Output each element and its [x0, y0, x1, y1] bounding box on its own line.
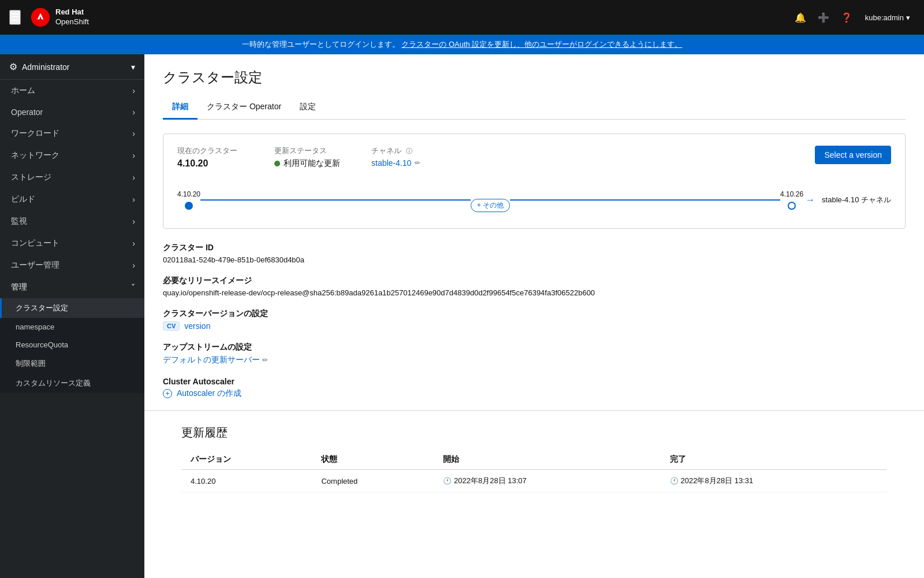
- release-image-value: quay.io/openshift-release-dev/ocp-releas…: [163, 288, 906, 297]
- sidebar-item-admin[interactable]: 管理˅: [0, 276, 144, 298]
- hamburger-menu[interactable]: ☰: [9, 10, 21, 25]
- sidebar: ⚙ Administrator ▾ ホーム› Operator› ワークロード›…: [0, 54, 144, 578]
- brand-text: Red Hat OpenShift: [55, 8, 89, 27]
- status-card-top: 現在のクラスター 4.10.20 更新ステータス 利用可能な更新: [177, 146, 891, 169]
- sidebar-item-build[interactable]: ビルド›: [0, 188, 144, 210]
- channel-info-icon[interactable]: ⓘ: [406, 147, 412, 154]
- update-status-label: 更新ステータス: [274, 146, 344, 156]
- current-cluster-block: 現在のクラスター 4.10.20: [177, 146, 247, 169]
- main-layout: ⚙ Administrator ▾ ホーム› Operator› ワークロード›…: [0, 54, 924, 578]
- green-dot: [274, 161, 280, 166]
- sidebar-sub-item-cluster-settings[interactable]: クラスター設定: [0, 298, 144, 318]
- sidebar-item-workload[interactable]: ワークロード›: [0, 123, 144, 144]
- current-cluster-label: 現在のクラスター: [177, 146, 247, 156]
- timeline-channel-label: stable-4.10 チャネル: [822, 195, 891, 205]
- channel-link[interactable]: stable-4.10: [371, 158, 411, 168]
- cluster-version-section: クラスターバージョンの設定 CV version: [163, 309, 906, 331]
- timeline-node-right: 4.10.26: [780, 190, 803, 210]
- admin-chevron: ▾: [131, 62, 135, 72]
- gear-icon: ⚙: [9, 61, 17, 72]
- oauth-link[interactable]: クラスターの OAuth 設定を更新し、他のユーザーがログインできるようにします…: [401, 40, 682, 49]
- tab-cluster-operator[interactable]: クラスター Operator: [198, 96, 290, 120]
- sidebar-item-operator[interactable]: Operator›: [0, 102, 144, 123]
- cell-status: Completed: [312, 470, 434, 492]
- cv-badge: CV: [163, 321, 180, 331]
- user-menu[interactable]: kube:admin ▾: [860, 11, 915, 24]
- cell-start: 🕐2022年8月28日 13:07: [434, 470, 660, 492]
- sidebar-sub-item-custom-resource[interactable]: カスタムリソース定義: [0, 373, 144, 393]
- sidebar-item-monitor[interactable]: 監視›: [0, 210, 144, 232]
- timeline-circle-right: [788, 202, 796, 210]
- release-image-section: 必要なリリースイメージ quay.io/openshift-release-de…: [163, 276, 906, 297]
- select-version-button[interactable]: Select a version: [815, 146, 891, 164]
- timeline-circle-left: [185, 202, 193, 210]
- channel-block: チャネル ⓘ stable-4.10 ✏: [371, 146, 441, 168]
- nav-icons: 🔔 ➕ ❓ kube:admin ▾: [791, 8, 915, 27]
- update-status-block: 更新ステータス 利用可能な更新: [274, 146, 344, 169]
- upstream-label: アップストリームの設定: [163, 342, 906, 353]
- timeline-arrow: →: [806, 195, 815, 205]
- col-status: 状態: [312, 450, 434, 470]
- upstream-section: アップストリームの設定 デフォルトの更新サーバー ✏: [163, 342, 906, 365]
- notification-bell[interactable]: 🔔: [791, 8, 810, 27]
- cell-end: 🕐2022年8月28日 13:31: [661, 470, 887, 492]
- autoscaler-link[interactable]: + Autoscaler の作成: [163, 388, 906, 399]
- release-image-label: 必要なリリースイメージ: [163, 276, 906, 286]
- timeline-line-1: [200, 199, 471, 201]
- table-row: 4.10.20 Completed 🕐2022年8月28日 13:07 🕐202…: [181, 470, 887, 492]
- upstream-edit-icon[interactable]: ✏: [262, 356, 268, 364]
- col-version: バージョン: [181, 450, 312, 470]
- version-timeline: 4.10.20 + その他 4.10.26 → stable-4.10 チャネ: [177, 183, 891, 217]
- autoscaler-section: Cluster Autoscaler + Autoscaler の作成: [163, 377, 906, 399]
- channel-edit-icon[interactable]: ✏: [415, 159, 420, 167]
- brand-logo[interactable]: Red Hat OpenShift: [30, 7, 89, 28]
- sidebar-item-compute[interactable]: コンピュート›: [0, 232, 144, 254]
- sidebar-item-network[interactable]: ネットワーク›: [0, 144, 144, 166]
- info-banner: 一時的な管理ユーザーとしてログインします。 クラスターの OAuth 設定を更新…: [0, 35, 924, 54]
- sidebar-item-user-mgmt[interactable]: ユーザー管理›: [0, 254, 144, 276]
- history-title: 更新履歴: [181, 425, 887, 440]
- help-add-icon[interactable]: ➕: [814, 8, 833, 27]
- history-table: バージョン 状態 開始 完了 4.10.20 Completed 🕐2022年8…: [181, 450, 887, 492]
- svg-point-0: [31, 8, 50, 27]
- tabs: 詳細 クラスター Operator 設定: [163, 96, 906, 120]
- sidebar-admin[interactable]: ⚙ Administrator ▾: [0, 54, 144, 80]
- cell-version: 4.10.20: [181, 470, 312, 492]
- sidebar-sub-item-resource-quota[interactable]: ResourceQuota: [0, 336, 144, 354]
- cluster-id-value: 020118a1-524b-479e-851b-0ef6830d4b0a: [163, 255, 906, 264]
- tab-settings[interactable]: 設定: [290, 96, 325, 120]
- timeline-badge-node: + その他: [471, 187, 510, 212]
- cluster-id-section: クラスター ID 020118a1-524b-479e-851b-0ef6830…: [163, 243, 906, 264]
- help-question-icon[interactable]: ❓: [837, 8, 856, 27]
- sidebar-sub-item-namespace[interactable]: namespace: [0, 318, 144, 336]
- cluster-version-link[interactable]: CV version: [163, 321, 906, 331]
- current-cluster-value: 4.10.20: [177, 158, 247, 169]
- content: クラスター設定 詳細 クラスター Operator 設定 現在のクラスター 4.…: [144, 54, 924, 578]
- sidebar-item-storage[interactable]: ストレージ›: [0, 166, 144, 188]
- autoscaler-label: Cluster Autoscaler: [163, 377, 906, 386]
- col-start: 開始: [434, 450, 660, 470]
- sidebar-item-home[interactable]: ホーム›: [0, 80, 144, 102]
- sidebar-sub-item-limit-range[interactable]: 制限範囲: [0, 354, 144, 373]
- timeline-line-2: [510, 199, 780, 201]
- channel-value: stable-4.10 ✏: [371, 158, 441, 168]
- add-icon: +: [163, 389, 172, 398]
- top-nav: ☰ Red Hat OpenShift 🔔 ➕ ❓ kube:admin ▾: [0, 0, 924, 35]
- upstream-link[interactable]: デフォルトの更新サーバー ✏: [163, 355, 906, 365]
- page-title: クラスター設定: [163, 68, 906, 87]
- update-status-value: 利用可能な更新: [274, 158, 344, 169]
- tab-details[interactable]: 詳細: [163, 96, 198, 120]
- cluster-version-label: クラスターバージョンの設定: [163, 309, 906, 319]
- channel-label: チャネル ⓘ: [371, 146, 441, 156]
- sidebar-sub: クラスター設定 namespace ResourceQuota 制限範囲 カスタ…: [0, 298, 144, 393]
- status-card: 現在のクラスター 4.10.20 更新ステータス 利用可能な更新: [163, 134, 906, 229]
- cluster-id-label: クラスター ID: [163, 243, 906, 253]
- timeline-node-left: 4.10.20: [177, 190, 200, 210]
- admin-label: Administrator: [22, 62, 69, 72]
- col-end: 完了: [661, 450, 887, 470]
- timeline-badge: + その他: [471, 199, 510, 212]
